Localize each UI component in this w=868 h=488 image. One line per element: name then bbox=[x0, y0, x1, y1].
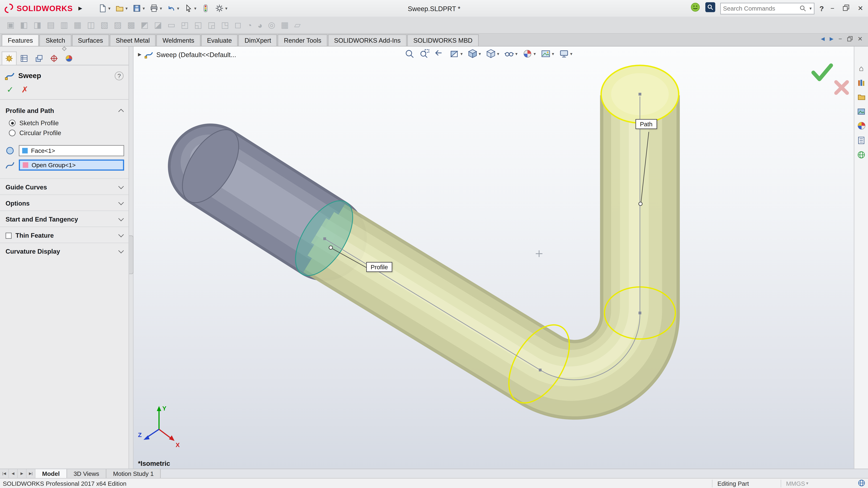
profile-callout[interactable]: Profile bbox=[366, 262, 393, 272]
home-icon[interactable]: ⌂ bbox=[856, 63, 866, 73]
search-dropdown-icon[interactable]: ▾ bbox=[809, 6, 812, 11]
tab-dimxpert[interactable]: DimXpert bbox=[239, 34, 277, 46]
section-view-icon[interactable]: ▾ bbox=[448, 48, 464, 59]
view-palette-icon[interactable] bbox=[856, 106, 866, 116]
hide-show-items-icon[interactable]: ▾ bbox=[503, 48, 519, 59]
dropdown-icon[interactable]: ▾ bbox=[534, 51, 536, 56]
new-document-button[interactable]: ▾ bbox=[97, 3, 112, 14]
tab-scroll-left-icon[interactable]: ◀ bbox=[821, 36, 825, 42]
tab-render-tools[interactable]: Render Tools bbox=[278, 34, 328, 46]
dropdown-icon[interactable]: ▾ bbox=[460, 51, 463, 56]
save-button[interactable]: ▾ bbox=[131, 3, 146, 14]
dropdown-icon[interactable]: ▾ bbox=[552, 51, 554, 56]
previous-view-icon[interactable] bbox=[433, 48, 445, 59]
tab-motion-study-1[interactable]: Motion Study 1 bbox=[106, 469, 161, 478]
profile-selection-field[interactable]: Face<1> bbox=[19, 145, 124, 156]
radio-selected-icon[interactable] bbox=[9, 120, 16, 126]
ok-button[interactable]: ✓ bbox=[7, 85, 13, 95]
tab-features[interactable]: Features bbox=[2, 34, 39, 46]
dropdown-icon[interactable]: ▾ bbox=[160, 6, 162, 11]
select-button[interactable]: ▾ bbox=[182, 3, 198, 14]
sweep-preview-body[interactable] bbox=[318, 95, 640, 380]
rebuild-button[interactable] bbox=[199, 3, 212, 14]
section-curvature-display[interactable]: Curvature Display bbox=[0, 242, 128, 259]
zoom-to-fit-icon[interactable] bbox=[403, 48, 415, 59]
panel-vertical-splitter[interactable] bbox=[129, 46, 134, 468]
tab-solidworks-add-ins[interactable]: SOLIDWORKS Add-Ins bbox=[328, 34, 407, 46]
search-icon[interactable] bbox=[799, 5, 806, 12]
feature-manager-tab[interactable] bbox=[17, 52, 32, 65]
custom-properties-icon[interactable] bbox=[856, 135, 866, 145]
panel-help-icon[interactable]: ? bbox=[115, 71, 124, 80]
print-button[interactable]: ▾ bbox=[148, 3, 163, 14]
dropdown-icon[interactable]: ▾ bbox=[143, 6, 145, 11]
view-settings-icon[interactable]: ▾ bbox=[558, 48, 574, 59]
open-button[interactable]: ▾ bbox=[114, 3, 129, 14]
breadcrumb-arrow-icon[interactable]: ▶ bbox=[138, 52, 142, 57]
section-options[interactable]: Options bbox=[0, 194, 128, 210]
commandmanager-close-icon[interactable]: ✕ bbox=[858, 35, 863, 42]
previous-tab-button[interactable]: ◀ bbox=[9, 469, 18, 478]
display-style-icon[interactable]: ▾ bbox=[485, 48, 500, 59]
confirmation-cancel-icon[interactable] bbox=[834, 80, 849, 97]
apply-scene-icon[interactable]: ▾ bbox=[540, 48, 555, 59]
file-explorer-icon[interactable] bbox=[856, 92, 866, 102]
tab-sheet-metal[interactable]: Sheet Metal bbox=[110, 34, 156, 46]
dimxpert-manager-tab[interactable] bbox=[46, 52, 61, 65]
splitter-handle-icon[interactable] bbox=[62, 46, 67, 51]
commandmanager-restore-icon[interactable] bbox=[847, 34, 852, 44]
view-orientation-icon[interactable]: ▾ bbox=[466, 48, 482, 59]
path-callout[interactable]: Path bbox=[636, 119, 657, 129]
tab-sketch[interactable]: Sketch bbox=[39, 34, 71, 46]
splitter-grab-handle[interactable] bbox=[129, 235, 134, 274]
undo-button[interactable]: ▾ bbox=[165, 3, 181, 14]
dropdown-icon[interactable]: ▾ bbox=[497, 51, 499, 56]
dropdown-icon[interactable]: ▾ bbox=[125, 6, 128, 11]
tab-evaluate[interactable]: Evaluate bbox=[201, 34, 238, 46]
tab-model[interactable]: Model bbox=[35, 469, 67, 478]
first-tab-button[interactable]: |◀ bbox=[0, 469, 9, 478]
next-tab-button[interactable]: ▶ bbox=[18, 469, 27, 478]
section-start-end-tangency[interactable]: Start and End Tangency bbox=[0, 210, 128, 227]
circular-profile-option[interactable]: Circular Profile bbox=[0, 128, 128, 138]
search-input[interactable] bbox=[723, 5, 797, 12]
panel-splitter[interactable] bbox=[0, 46, 128, 51]
path-selection-field[interactable]: Open Group<1> bbox=[19, 160, 124, 171]
units-selector[interactable]: MMGS ▾ bbox=[780, 479, 813, 487]
section-guide-curves[interactable]: Guide Curves bbox=[0, 178, 128, 194]
existing-boss-body[interactable] bbox=[171, 120, 324, 238]
commandmanager-minimize-icon[interactable]: − bbox=[838, 35, 842, 42]
options-gear-button[interactable]: ▾ bbox=[214, 3, 229, 14]
search-scope-icon[interactable] bbox=[705, 2, 715, 14]
last-tab-button[interactable]: ▶| bbox=[27, 469, 35, 478]
section-profile-and-path[interactable]: Profile and Path bbox=[0, 100, 128, 118]
dropdown-icon[interactable]: ▾ bbox=[479, 51, 481, 56]
edit-appearance-icon[interactable]: ▾ bbox=[521, 48, 537, 59]
tab-scroll-right-icon[interactable]: ▶ bbox=[830, 36, 833, 42]
cancel-button[interactable]: ✗ bbox=[21, 85, 28, 95]
section-thin-feature[interactable]: Thin Feature bbox=[0, 227, 128, 243]
tab-3d-views[interactable]: 3D Views bbox=[67, 469, 106, 478]
restore-button[interactable] bbox=[841, 4, 851, 12]
sketch-profile-option[interactable]: Sketch Profile bbox=[0, 118, 128, 128]
design-library-icon[interactable] bbox=[856, 77, 866, 88]
dropdown-icon[interactable]: ▾ bbox=[177, 6, 179, 11]
tab-surfaces[interactable]: Surfaces bbox=[72, 34, 109, 46]
configuration-manager-tab[interactable] bbox=[32, 52, 46, 65]
minimize-button[interactable]: − bbox=[829, 4, 836, 12]
menu-expand-icon[interactable]: ▶ bbox=[78, 5, 82, 11]
close-button[interactable]: ✕ bbox=[856, 4, 865, 12]
tab-solidworks-mbd[interactable]: SOLIDWORKS MBD bbox=[407, 34, 478, 46]
dropdown-icon[interactable]: ▾ bbox=[108, 6, 111, 11]
appearances-icon[interactable] bbox=[856, 121, 866, 131]
solidworks-resources-icon[interactable] bbox=[856, 150, 866, 159]
dropdown-icon[interactable]: ▾ bbox=[515, 51, 518, 56]
tab-weldments[interactable]: Weldments bbox=[156, 34, 200, 46]
thin-feature-checkbox[interactable] bbox=[5, 232, 12, 238]
web-help-globe-icon[interactable] bbox=[858, 479, 865, 488]
help-icon[interactable]: ? bbox=[819, 4, 824, 12]
property-manager-tab[interactable] bbox=[2, 52, 17, 65]
display-manager-tab[interactable] bbox=[61, 52, 76, 65]
dropdown-icon[interactable]: ▾ bbox=[194, 6, 196, 11]
dropdown-icon[interactable]: ▾ bbox=[225, 6, 227, 11]
